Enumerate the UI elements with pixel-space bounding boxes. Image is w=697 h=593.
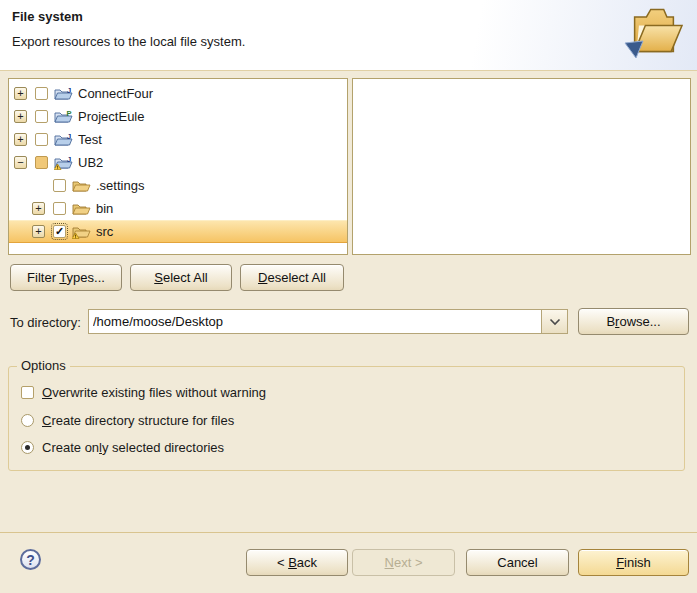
tree-row-connectfour[interactable]: + J ConnectFour [9,82,347,105]
finish-button[interactable]: Finish [578,549,689,576]
expander-toggle[interactable]: + [32,225,45,238]
svg-text:J: J [67,132,71,141]
chevron-down-icon [549,314,561,329]
svg-text:J: J [67,155,71,164]
back-label: < Back [277,555,317,570]
options-group: Options Overwrite existing files without… [8,366,685,471]
tree-item-label: .settings [96,178,144,193]
project-folder-p-icon: P [54,109,73,124]
java-project-folder-icon: J [54,132,73,147]
tree-row-bin[interactable]: + bin [9,197,347,220]
browse-button[interactable]: Browse... [578,308,689,335]
expander-toggle[interactable]: + [14,110,27,123]
overwrite-existing-checkbox[interactable] [21,386,34,399]
option-row[interactable]: Create directory structure for files [21,411,234,429]
option-label: Create only selected directories [42,440,224,455]
next-label: Next > [385,555,423,570]
tree-row--settings[interactable]: .settings [9,174,347,197]
create-selected-directories-radio[interactable] [21,441,34,454]
question-icon: ? [26,552,35,568]
cancel-button[interactable]: Cancel [466,549,569,576]
directory-input[interactable] [89,310,541,333]
expander-toggle[interactable]: + [32,202,45,215]
deselect-all-label: Deselect All [258,270,326,285]
directory-combo [88,309,568,334]
browse-label: Browse... [606,314,660,329]
tree-row-ub2[interactable]: − J UB2 [9,151,347,174]
tree-item-label: Test [78,132,102,147]
finish-label: Finish [616,555,651,570]
option-row[interactable]: Create only selected directories [21,438,224,456]
expander-toggle[interactable]: − [14,156,27,169]
folder-icon [72,178,91,193]
tree-row-projecteule[interactable]: + P ProjectEule [9,105,347,128]
options-group-title: Options [17,358,70,373]
svg-text:J: J [67,86,71,95]
create-directory-structure-radio[interactable] [21,414,34,427]
page-subtitle: Export resources to the local file syste… [12,34,245,49]
resource-tree-panel[interactable]: + J ConnectFour + P ProjectEule + J Test… [8,78,348,255]
cancel-label: Cancel [497,555,537,570]
select-all-button[interactable]: Select All [130,264,232,291]
tree-checkbox[interactable] [35,110,48,123]
tree-item-label: bin [96,201,113,216]
next-button[interactable]: Next > [352,549,455,576]
svg-text:P: P [67,109,72,118]
tree-row-test[interactable]: + J Test [9,128,347,151]
tree-checkbox[interactable]: ✓ [53,225,66,238]
tree-row-src[interactable]: + ✓ src [9,220,347,243]
expander-toggle[interactable]: + [14,87,27,100]
deselect-all-button[interactable]: Deselect All [240,264,344,291]
tree-checkbox[interactable] [53,202,66,215]
tree-item-label: src [96,224,113,239]
folder-warning-icon [72,224,91,239]
footer-separator [0,532,697,533]
java-project-folder-icon: J [54,86,73,101]
option-label: Create directory structure for files [42,413,234,428]
tree-item-label: ProjectEule [78,109,144,124]
java-project-folder-warning-icon: J [54,155,73,170]
back-button[interactable]: < Back [246,549,348,576]
tree-checkbox[interactable] [53,179,66,192]
filter-types-button[interactable]: Filter Types... [10,264,122,291]
export-wizard-dialog: File system Export resources to the loca… [0,0,697,593]
file-list-panel[interactable] [352,78,691,255]
tree-checkbox[interactable] [35,156,48,169]
tree-checkbox[interactable] [35,133,48,146]
directory-dropdown-button[interactable] [541,310,567,333]
resource-tree: + J ConnectFour + P ProjectEule + J Test… [9,79,347,243]
option-label: Overwrite existing files without warning [42,385,266,400]
wizard-header: File system Export resources to the loca… [0,0,697,71]
page-title: File system [12,9,83,24]
option-row[interactable]: Overwrite existing files without warning [21,383,266,401]
tree-item-label: UB2 [78,155,103,170]
tree-item-label: ConnectFour [78,86,153,101]
help-button[interactable]: ? [20,549,41,570]
folder-icon [72,201,91,216]
filter-types-label: Filter Types... [27,270,105,285]
select-all-label: Select All [154,270,207,285]
to-directory-label: To directory: [10,315,81,330]
export-arrow-icon [623,40,645,60]
expander-toggle[interactable]: + [14,133,27,146]
tree-checkbox[interactable] [35,87,48,100]
